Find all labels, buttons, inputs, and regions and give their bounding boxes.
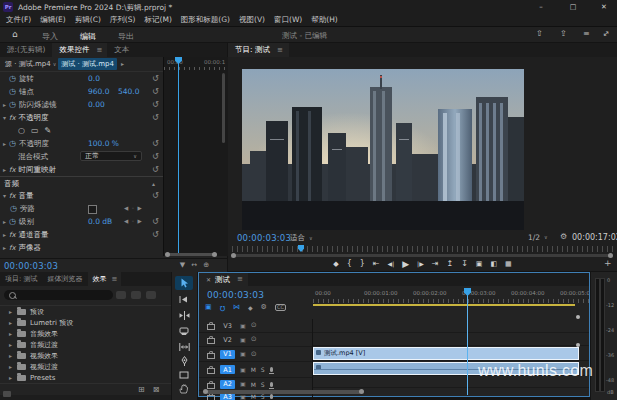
mute-button[interactable]: M [251, 381, 256, 388]
track-lock-icon[interactable] [207, 368, 215, 374]
step-back-icon[interactable]: ◀| [388, 261, 395, 267]
chevron-down-icon[interactable]: ∨ [53, 62, 57, 67]
maximize-button[interactable]: □ [560, 0, 586, 14]
keyframe-lane-scrollbar[interactable] [168, 253, 214, 256]
menu-help[interactable]: 帮助(H) [311, 15, 338, 25]
extract-icon[interactable]: ↧ [461, 260, 468, 268]
add-keyframe-icon[interactable]: ◦ [131, 219, 134, 225]
pen-mask-icon[interactable]: ✎ [45, 127, 52, 135]
solo-button[interactable]: S [261, 366, 265, 373]
tool-razor[interactable] [175, 324, 193, 338]
collapse-section-icon[interactable]: ▴ [152, 181, 155, 187]
track-lock-icon[interactable] [207, 324, 215, 330]
menu-clip[interactable]: 剪辑(C) [75, 15, 101, 25]
voiceover-record-icon[interactable] [270, 382, 273, 387]
expand-icon[interactable]: ▸ [0, 141, 9, 147]
reset-icon[interactable]: ↺ [152, 231, 159, 239]
show-keyframes-icon[interactable]: ▸ [121, 61, 124, 67]
stopwatch-icon[interactable]: ◷ [10, 204, 17, 213]
tab-source-monitor[interactable]: 源:(无剪辑) [0, 43, 52, 57]
accelerated-effects-badge[interactable] [116, 291, 126, 299]
expand-icon[interactable]: ▸ [0, 245, 9, 251]
captions-icon[interactable]: CC [275, 304, 286, 311]
track-lock-icon[interactable] [207, 395, 215, 400]
track-target-v1[interactable]: V1 [220, 350, 235, 359]
bin-row-video-transitions[interactable]: ▸视频过渡 [0, 361, 171, 372]
sync-lock-icon[interactable]: ▣ [240, 337, 246, 343]
fullscreen-icon[interactable]: ↔ [601, 29, 611, 39]
bin-row-lumetri[interactable]: ▸Lumetri 预设 [0, 317, 171, 328]
mark-out-icon[interactable]: } [360, 260, 365, 268]
minimize-button[interactable]: – [528, 0, 554, 14]
next-keyframe-icon[interactable]: ▶ [137, 219, 141, 225]
track-lock-icon[interactable] [207, 353, 215, 359]
tab-project[interactable]: 项目: 测试 [0, 272, 43, 286]
workspace-tab-edit[interactable]: 编辑 [80, 31, 96, 42]
bin-row-video-effects[interactable]: ▸视频效果 [0, 350, 171, 361]
step-forward-icon[interactable]: |▶ [417, 261, 424, 267]
tab-program-monitor[interactable]: 节目: 测试 [228, 43, 277, 57]
reset-icon[interactable]: ↺ [152, 153, 159, 161]
comparison-view-icon[interactable]: ◧ [490, 261, 497, 268]
track-visibility-icon[interactable]: ⊙ [251, 351, 257, 358]
delete-icon[interactable]: ⊠ [153, 386, 160, 394]
voiceover-record-icon[interactable] [270, 394, 273, 399]
bin-row-user-presets[interactable]: ▸Presets [0, 372, 171, 383]
blend-mode-dropdown[interactable]: 正常 ∨ [80, 151, 142, 161]
scrollbar-handle-left[interactable] [165, 252, 170, 257]
sync-lock-icon[interactable]: ▣ [240, 394, 246, 400]
panel-menu-icon[interactable]: ≡ [96, 43, 107, 57]
stopwatch-icon[interactable]: ◷ [9, 87, 16, 96]
rectangle-mask-icon[interactable]: ▭ [31, 127, 39, 135]
go-to-in-icon[interactable]: ⇤ [373, 260, 380, 268]
video-clip[interactable]: 测试.mp4 [V] [313, 347, 579, 360]
expand-icon[interactable]: ▸ [0, 102, 9, 108]
rotation-value[interactable]: 0.0 [88, 74, 100, 83]
keyframe-playhead[interactable] [178, 57, 179, 256]
menu-edit[interactable]: 编辑(E) [40, 15, 66, 25]
timeline-timecode[interactable]: 00:00:03:03 [207, 290, 264, 300]
scrollbar-handle-right[interactable] [359, 389, 364, 394]
button-editor-icon[interactable]: + [604, 259, 612, 268]
ellipse-mask-icon[interactable]: ○ [18, 127, 25, 135]
opacity-value[interactable]: 100.0 % [88, 139, 119, 148]
reset-icon[interactable]: ↺ [152, 192, 159, 200]
panel-menu-icon[interactable]: ≡ [237, 273, 248, 286]
menu-view[interactable]: 视图(V) [239, 15, 265, 25]
yuv-badge[interactable] [146, 291, 156, 299]
fx-badge[interactable]: fx [9, 244, 16, 252]
quick-export-icon[interactable]: ⇧ [536, 30, 543, 38]
new-bin-icon[interactable]: ⊞ [138, 386, 145, 394]
tab-effects[interactable]: 效果 [88, 272, 112, 286]
close-button[interactable]: ✕ [591, 0, 617, 14]
menu-window[interactable]: 窗口(W) [274, 15, 302, 25]
clip-handle[interactable] [576, 343, 580, 347]
expand-icon[interactable]: ▸ [0, 219, 9, 225]
tool-pen[interactable] [175, 354, 193, 368]
zoom-icon[interactable]: ⊕ [203, 262, 209, 269]
antiflicker-value[interactable]: 0.00 [88, 100, 105, 109]
menu-graphics[interactable]: 图形和标题(G) [181, 15, 230, 25]
timeline-ruler[interactable]: 00:00 00:00:01:00 00:00:02:00 00:00:03:0… [313, 288, 589, 304]
reset-icon[interactable]: ↺ [152, 88, 159, 96]
fx-badge[interactable]: fx [9, 231, 16, 239]
fit-dropdown[interactable]: 适合 ∨ [290, 233, 313, 243]
expand-icon[interactable]: ▸ [0, 232, 9, 238]
tab-effect-controls[interactable]: 效果控件 [52, 43, 96, 57]
reset-icon[interactable]: ↺ [152, 166, 159, 174]
timeline-settings-wrench-icon[interactable]: ⚙ [261, 304, 267, 311]
prev-keyframe-icon[interactable]: ◀ [124, 206, 128, 212]
export-frame-icon[interactable]: ▣ [476, 261, 483, 268]
fx-badge[interactable]: fx [9, 192, 16, 200]
multi-camera-icon[interactable]: ▦ [505, 261, 512, 268]
lift-icon[interactable]: ↥ [446, 260, 453, 268]
workspace-tab-export[interactable]: 导出 [118, 31, 134, 42]
menu-markers[interactable]: 标记(M) [144, 15, 171, 25]
settings-wrench-icon[interactable]: ⚙ [560, 233, 567, 241]
linked-selection-icon[interactable]: ⋈ [233, 304, 240, 311]
tool-track-select-forward[interactable] [175, 292, 193, 306]
close-tab-icon[interactable]: ✕ [206, 277, 211, 283]
reset-icon[interactable]: ↺ [152, 75, 159, 83]
keyframe-lane[interactable]: 00:00 00:00:1 [163, 57, 228, 256]
fx-badge[interactable]: fx [9, 166, 16, 174]
